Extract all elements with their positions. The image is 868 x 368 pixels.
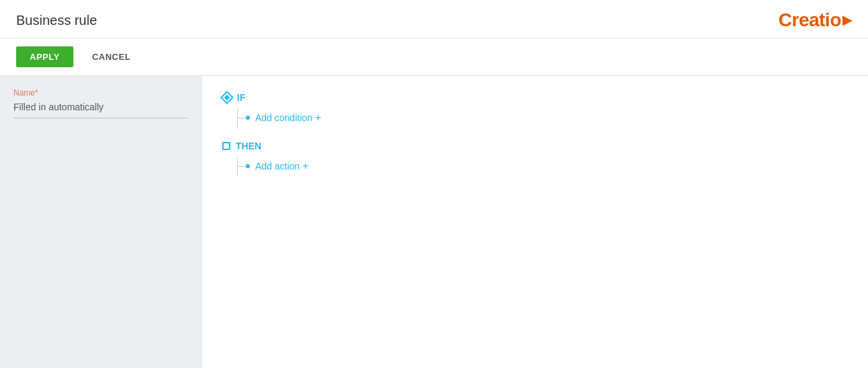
if-section: IF Add condition + bbox=[222, 92, 848, 127]
rule-tree: IF Add condition + THEN bbox=[222, 92, 848, 176]
if-header: IF bbox=[222, 92, 848, 103]
required-indicator: * bbox=[35, 88, 38, 98]
add-action-item[interactable]: Add action + bbox=[238, 157, 848, 176]
main-content: Name* Filled in automatically IF Add con… bbox=[0, 76, 868, 368]
right-panel: IF Add condition + THEN bbox=[202, 76, 868, 368]
then-children: Add action + bbox=[237, 157, 848, 176]
page-title: Business rule bbox=[16, 13, 97, 28]
cancel-button[interactable]: CANCEL bbox=[84, 46, 139, 67]
logo-arrow-icon: ▶ bbox=[842, 13, 852, 28]
add-condition-link[interactable]: Add condition + bbox=[255, 112, 321, 123]
then-header: THEN bbox=[222, 141, 848, 151]
left-panel: Name* Filled in automatically bbox=[0, 76, 202, 368]
add-action-label: Add action bbox=[255, 161, 300, 172]
creatio-logo: Creatio ▶ bbox=[778, 9, 852, 31]
add-condition-label: Add condition bbox=[255, 112, 312, 123]
add-action-plus-icon: + bbox=[302, 161, 308, 172]
add-condition-plus-icon: + bbox=[315, 112, 321, 123]
apply-button[interactable]: APPLY bbox=[16, 46, 73, 67]
add-action-link[interactable]: Add action + bbox=[255, 161, 309, 172]
page-header: Business rule Creatio ▶ bbox=[0, 0, 868, 38]
then-square-icon bbox=[222, 142, 230, 150]
if-diamond-icon bbox=[220, 91, 234, 104]
name-field-label: Name* bbox=[13, 88, 188, 98]
add-condition-item[interactable]: Add condition + bbox=[238, 108, 848, 127]
then-section: THEN Add action + bbox=[222, 141, 848, 176]
logo-text: Creatio bbox=[778, 9, 841, 31]
if-keyword: IF bbox=[237, 92, 245, 103]
action-dot-icon bbox=[246, 164, 250, 168]
if-children: Add condition + bbox=[237, 108, 848, 127]
toolbar: APPLY CANCEL bbox=[0, 38, 868, 76]
name-field-value[interactable]: Filled in automatically bbox=[13, 102, 188, 118]
condition-dot-icon bbox=[246, 116, 250, 120]
then-keyword: THEN bbox=[236, 141, 261, 151]
